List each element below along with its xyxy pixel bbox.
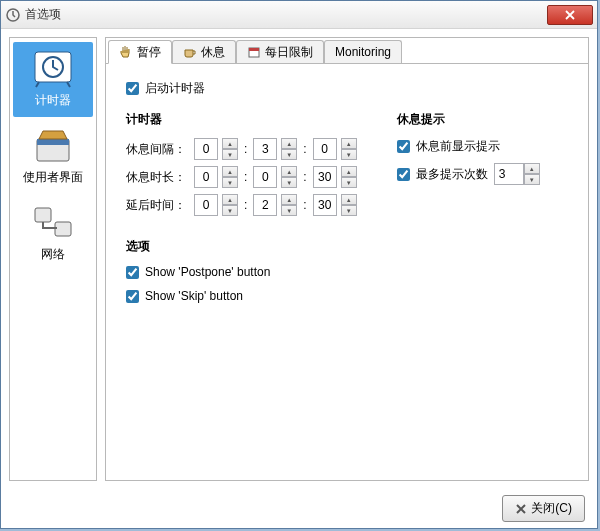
svg-rect-8 <box>249 48 259 51</box>
sidebar-item-label: 网络 <box>41 246 65 263</box>
spin-down-button[interactable]: ▼ <box>222 177 238 188</box>
cup-icon <box>183 45 197 59</box>
close-window-button[interactable] <box>547 5 593 25</box>
interval-s-input[interactable] <box>313 138 337 160</box>
postpone-s-input[interactable] <box>313 194 337 216</box>
postpone-label: 延后时间： <box>126 197 190 214</box>
show-postpone-checkbox[interactable] <box>126 266 139 279</box>
tab-monitoring[interactable]: Monitoring <box>324 40 402 63</box>
interval-label: 休息间隔： <box>126 141 190 158</box>
show-skip-row: Show 'Skip' button <box>126 289 568 303</box>
sidebar-item-timer[interactable]: 计时器 <box>13 42 93 117</box>
close-icon <box>515 503 527 515</box>
spin-down-button[interactable]: ▼ <box>222 205 238 216</box>
tab-rest[interactable]: 休息 <box>172 40 236 63</box>
svg-rect-4 <box>37 139 69 145</box>
duration-h-input[interactable] <box>194 166 218 188</box>
separator: : <box>301 142 308 156</box>
enable-timer-row: 启动计时器 <box>126 80 568 97</box>
preferences-window: 首选项 计时器 使用者界面 网络 <box>0 0 598 529</box>
close-button-label: 关闭(C) <box>531 500 572 517</box>
sidebar-item-label: 计时器 <box>35 92 71 109</box>
show-skip-label: Show 'Skip' button <box>145 289 243 303</box>
footer: 关闭(C) <box>1 489 597 530</box>
main-panel: 暂停 休息 每日限制 Monitoring 启动计时器 <box>105 37 589 481</box>
spin-up-button[interactable]: ▲ <box>222 166 238 177</box>
enable-timer-checkbox[interactable] <box>126 82 139 95</box>
calendar-icon <box>247 45 261 59</box>
app-icon <box>5 7 21 23</box>
timer-section-title: 计时器 <box>126 111 357 128</box>
max-hint-row: 最多提示次数 ▲▼ <box>397 163 540 185</box>
spin-up-button[interactable]: ▲ <box>281 194 297 205</box>
spin-down-button[interactable]: ▼ <box>524 174 540 185</box>
spin-down-button[interactable]: ▼ <box>341 177 357 188</box>
spin-up-button[interactable]: ▲ <box>281 138 297 149</box>
show-postpone-row: Show 'Postpone' button <box>126 265 568 279</box>
spin-up-button[interactable]: ▲ <box>341 166 357 177</box>
network-icon <box>29 202 77 242</box>
close-button[interactable]: 关闭(C) <box>502 495 585 522</box>
content-area: 计时器 使用者界面 网络 暂停 <box>1 29 597 489</box>
spin-up-button[interactable]: ▲ <box>222 194 238 205</box>
tab-label: 每日限制 <box>265 44 313 61</box>
hint-before-label: 休息前显示提示 <box>416 138 500 155</box>
enable-timer-label: 启动计时器 <box>145 80 205 97</box>
show-postpone-label: Show 'Postpone' button <box>145 265 270 279</box>
max-hint-label: 最多提示次数 <box>416 166 488 183</box>
separator: : <box>242 142 249 156</box>
tab-daily-limit[interactable]: 每日限制 <box>236 40 324 63</box>
separator: : <box>242 198 249 212</box>
hint-before-checkbox[interactable] <box>397 140 410 153</box>
tabs: 暂停 休息 每日限制 Monitoring <box>106 38 588 64</box>
svg-rect-6 <box>55 222 71 236</box>
timer-column: 计时器 休息间隔： ▲▼ : ▲▼ : ▲▼ 休息时长： ▲▼ : <box>126 107 357 222</box>
duration-s-input[interactable] <box>313 166 337 188</box>
postpone-row: 延后时间： ▲▼ : ▲▼ : ▲▼ <box>126 194 357 216</box>
options-section-title: 选项 <box>126 238 568 255</box>
sidebar-item-label: 使用者界面 <box>23 169 83 186</box>
max-hint-input[interactable] <box>494 163 524 185</box>
spin-down-button[interactable]: ▼ <box>281 205 297 216</box>
spin-up-button[interactable]: ▲ <box>281 166 297 177</box>
spin-down-button[interactable]: ▼ <box>281 149 297 160</box>
spin-down-button[interactable]: ▼ <box>281 177 297 188</box>
interval-row: 休息间隔： ▲▼ : ▲▼ : ▲▼ <box>126 138 357 160</box>
separator: : <box>301 198 308 212</box>
spin-down-button[interactable]: ▼ <box>341 205 357 216</box>
window-title: 首选项 <box>25 6 547 23</box>
duration-label: 休息时长： <box>126 169 190 186</box>
hand-icon <box>119 45 133 59</box>
tab-label: 休息 <box>201 44 225 61</box>
ui-icon <box>29 125 77 165</box>
max-hint-checkbox[interactable] <box>397 168 410 181</box>
titlebar: 首选项 <box>1 1 597 29</box>
separator: : <box>242 170 249 184</box>
duration-m-input[interactable] <box>253 166 277 188</box>
pane-pause: 启动计时器 计时器 休息间隔： ▲▼ : ▲▼ : ▲▼ <box>106 64 588 480</box>
duration-row: 休息时长： ▲▼ : ▲▼ : ▲▼ <box>126 166 357 188</box>
spin-up-button[interactable]: ▲ <box>222 138 238 149</box>
hint-column: 休息提示 休息前显示提示 最多提示次数 ▲▼ <box>397 107 540 222</box>
hint-section-title: 休息提示 <box>397 111 540 128</box>
tab-label: Monitoring <box>335 45 391 59</box>
sidebar-item-ui[interactable]: 使用者界面 <box>13 119 93 194</box>
interval-h-input[interactable] <box>194 138 218 160</box>
spin-up-button[interactable]: ▲ <box>341 194 357 205</box>
interval-m-input[interactable] <box>253 138 277 160</box>
clock-icon <box>29 48 77 88</box>
postpone-h-input[interactable] <box>194 194 218 216</box>
tab-pause[interactable]: 暂停 <box>108 40 172 64</box>
spin-down-button[interactable]: ▼ <box>222 149 238 160</box>
show-skip-checkbox[interactable] <box>126 290 139 303</box>
separator: : <box>301 170 308 184</box>
sidebar: 计时器 使用者界面 网络 <box>9 37 97 481</box>
spin-up-button[interactable]: ▲ <box>524 163 540 174</box>
spin-down-button[interactable]: ▼ <box>341 149 357 160</box>
sidebar-item-network[interactable]: 网络 <box>13 196 93 271</box>
hint-before-row: 休息前显示提示 <box>397 138 540 155</box>
spin-up-button[interactable]: ▲ <box>341 138 357 149</box>
postpone-m-input[interactable] <box>253 194 277 216</box>
svg-rect-5 <box>35 208 51 222</box>
tab-label: 暂停 <box>137 44 161 61</box>
